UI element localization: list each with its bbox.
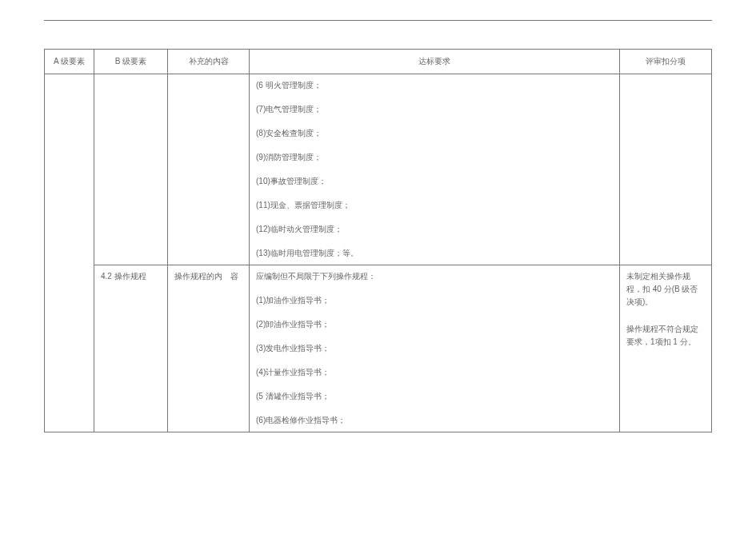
table-row: (6 明火管理制度； (7)电气管理制度； (8)安全检查制度； (9)消防管理… (45, 74, 712, 265)
cell-scoring (620, 74, 712, 265)
header-scoring: 评审扣分项 (620, 50, 712, 74)
requirement-intro: 应编制但不局限于下列操作规程： (256, 270, 613, 283)
requirement-item: (9)消防管理制度； (256, 151, 613, 164)
cell-requirements-1: (6 明火管理制度； (7)电气管理制度； (8)安全检查制度； (9)消防管理… (250, 74, 620, 265)
requirement-item: (8)安全检查制度； (256, 127, 613, 140)
header-requirement: 达标要求 (250, 50, 620, 74)
cell-requirements-2: 应编制但不局限于下列操作规程： (1)加油作业指导书； (2)卸油作业指导书； … (250, 265, 620, 432)
requirement-item: (12)临时动火管理制度； (256, 223, 613, 236)
scoring-item: 未制定相关操作规程，扣 40 分(B 级否 决项)。 (626, 270, 705, 309)
requirement-item: (6)电器检修作业指导书； (256, 414, 613, 427)
cell-b-level (94, 74, 168, 265)
cell-scoring: 未制定相关操作规程，扣 40 分(B 级否 决项)。 操作规程不符合规定要求，1… (620, 265, 712, 432)
document-page: A 级要素 B 级要素 补充的内容 达标要求 评审扣分项 (6 明火管理制度； … (0, 0, 756, 534)
header-a-level: A 级要素 (45, 50, 94, 74)
table-row: 4.2 操作规程 操作规程的内 容 应编制但不局限于下列操作规程： (1)加油作… (45, 265, 712, 432)
cell-a-level (45, 74, 94, 432)
requirement-item: (3)发电作业指导书； (256, 342, 613, 355)
requirement-item: (5 清罐作业指导书； (256, 390, 613, 403)
cell-supplement (168, 74, 250, 265)
requirement-item: (10)事故管理制度； (256, 175, 613, 188)
requirement-item: (1)加油作业指导书； (256, 294, 613, 307)
cell-b-level: 4.2 操作规程 (94, 265, 168, 432)
cell-supplement: 操作规程的内 容 (168, 265, 250, 432)
table-header-row: A 级要素 B 级要素 补充的内容 达标要求 评审扣分项 (45, 50, 712, 74)
header-b-level: B 级要素 (94, 50, 168, 74)
header-supplement: 补充的内容 (168, 50, 250, 74)
requirement-item: (7)电气管理制度； (256, 103, 613, 116)
evaluation-table: A 级要素 B 级要素 补充的内容 达标要求 评审扣分项 (6 明火管理制度； … (44, 49, 712, 432)
requirement-item: (13)临时用电管理制度；等。 (256, 247, 613, 260)
requirement-item: (11)现金、票据管理制度； (256, 199, 613, 212)
requirement-item: (4)计量作业指导书； (256, 366, 613, 379)
top-rule (44, 20, 712, 49)
requirement-item: (2)卸油作业指导书； (256, 318, 613, 331)
requirement-item: (6 明火管理制度； (256, 79, 613, 92)
scoring-item: 操作规程不符合规定要求，1项扣 1 分。 (626, 323, 705, 349)
